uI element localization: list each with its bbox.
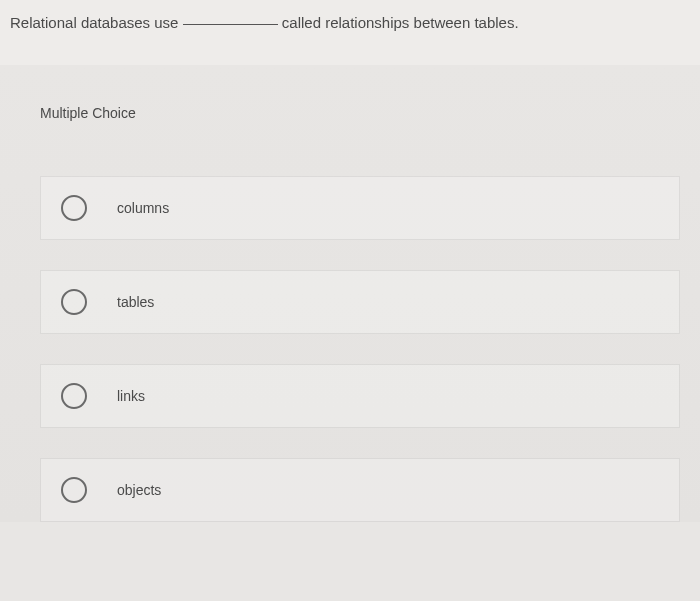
question-area: Relational databases use called relation… (0, 0, 700, 65)
section-label: Multiple Choice (40, 105, 700, 121)
option-row[interactable]: links (40, 364, 680, 428)
option-row[interactable]: objects (40, 458, 680, 522)
option-row[interactable]: columns (40, 176, 680, 240)
option-label: objects (117, 482, 161, 498)
answer-area: Multiple Choice columns tables links obj… (0, 65, 700, 522)
question-suffix: called relationships between tables. (278, 14, 519, 31)
option-row[interactable]: tables (40, 270, 680, 334)
option-label: tables (117, 294, 154, 310)
radio-icon (61, 289, 87, 315)
radio-icon (61, 195, 87, 221)
option-label: columns (117, 200, 169, 216)
question-text: Relational databases use called relation… (10, 12, 690, 35)
fill-blank (183, 24, 278, 25)
radio-icon (61, 383, 87, 409)
options-list: columns tables links objects (40, 176, 700, 522)
option-label: links (117, 388, 145, 404)
radio-icon (61, 477, 87, 503)
question-prefix: Relational databases use (10, 14, 183, 31)
